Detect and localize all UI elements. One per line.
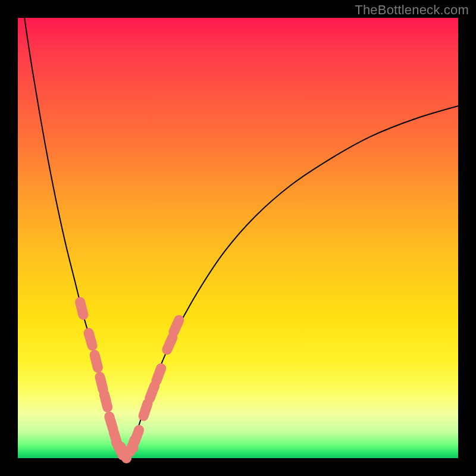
- curve-svg: [18, 18, 458, 458]
- marker-dot: [174, 320, 179, 332]
- marker-dot: [104, 394, 107, 407]
- watermark-text: TheBottleneck.com: [355, 2, 469, 18]
- marker-dots-group: [80, 302, 179, 458]
- bottleneck-curve: [24, 18, 458, 455]
- chart-frame: TheBottleneck.com: [0, 0, 476, 476]
- marker-dot: [89, 333, 92, 346]
- marker-dot: [80, 302, 83, 315]
- plot-gradient-area: [18, 18, 458, 458]
- marker-dot: [100, 377, 103, 390]
- marker-dot: [167, 338, 173, 350]
- marker-dot: [95, 355, 98, 368]
- marker-dot: [143, 403, 148, 416]
- marker-dot: [150, 386, 155, 399]
- marker-dot: [134, 430, 139, 443]
- marker-dot: [156, 368, 161, 381]
